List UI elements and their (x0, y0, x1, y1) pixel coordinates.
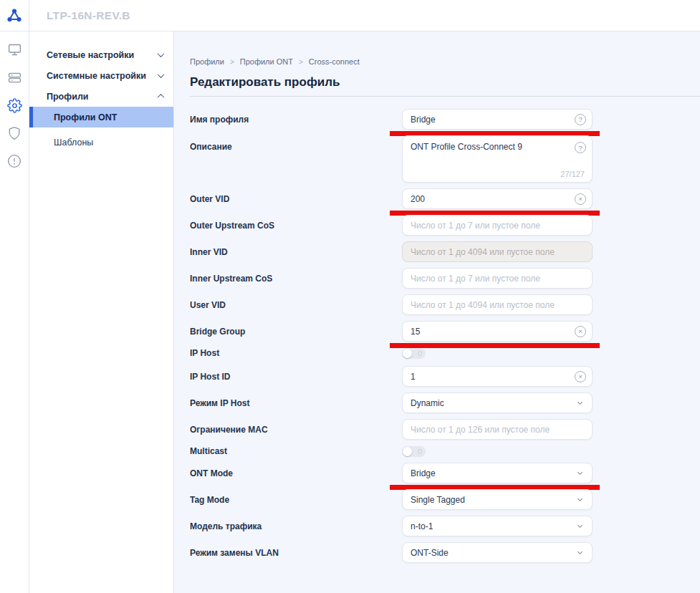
mac-limit-input[interactable] (402, 419, 593, 440)
clear-icon[interactable]: × (575, 193, 586, 205)
alert-circle-icon (7, 154, 21, 168)
vlan-replace-mode-select[interactable]: ONT-Side (402, 542, 593, 563)
toggle-knob (403, 447, 412, 456)
select-value: Single Tagged (411, 495, 465, 505)
form-row-ont-mode: ONT Mode Bridge (190, 463, 700, 483)
sidebar-item-system-settings[interactable]: Системные настройки (29, 65, 173, 86)
description-textarea[interactable]: ONT Profile Cross-Connect 9 27/127 (402, 135, 593, 183)
clear-icon[interactable]: × (575, 371, 586, 382)
sidebar-item-ont-profiles[interactable]: Профили ONT (29, 107, 173, 127)
field-label: User VID (190, 300, 402, 310)
sidebar: Сетевые настройки Системные настройки Пр… (29, 32, 174, 593)
field-label: IP Host ID (190, 372, 402, 382)
icon-rail (0, 32, 29, 593)
sidebar-item-label: Сетевые настройки (47, 50, 134, 60)
profile-name-input[interactable] (402, 109, 593, 130)
ip-host-id-input[interactable] (402, 366, 593, 387)
field-label: Режим замены VLAN (190, 548, 402, 558)
sidebar-item-label: Профили (47, 92, 89, 102)
sidebar-item-profiles[interactable]: Профили (29, 86, 173, 107)
form-row-vlan-replace-mode: Режим замены VLAN ONT-Side (190, 542, 700, 563)
form-row-outer-vid: Outer VID × (190, 188, 700, 209)
toggle-knob (403, 349, 412, 358)
select-value: ONT-Side (411, 548, 449, 558)
chevron-down-icon (158, 71, 165, 78)
edit-profile-form: Имя профиля ? Описание ONT Profile Cross… (190, 109, 700, 563)
bridge-group-input[interactable] (402, 321, 593, 342)
security-nav-button[interactable] (6, 125, 22, 141)
inner-vid-input (402, 241, 593, 262)
clear-icon[interactable]: × (575, 326, 586, 337)
chassis-icon (7, 70, 22, 85)
molecule-logo-icon (6, 7, 23, 24)
field-label: Inner VID (190, 247, 402, 257)
traffic-model-select[interactable]: n-to-1 (402, 516, 593, 536)
settings-nav-button[interactable] (6, 97, 22, 113)
field-label: Tag Mode (190, 495, 402, 505)
breadcrumb-separator: > (299, 58, 303, 66)
field-label: Модель трафика (190, 521, 402, 531)
field-label: Multicast (190, 446, 402, 456)
outer-upstream-cos-input[interactable] (402, 215, 593, 236)
multicast-toggle[interactable] (402, 446, 426, 457)
chassis-nav-button[interactable] (6, 69, 22, 85)
field-label: Описание (190, 135, 402, 152)
sidebar-item-templates[interactable]: Шаблоны (29, 132, 173, 153)
form-row-multicast: Multicast (190, 445, 700, 457)
alerts-nav-button[interactable] (6, 153, 22, 169)
chevron-down-icon (576, 399, 584, 407)
breadcrumb-ont-profiles[interactable]: Профили ONT (240, 57, 293, 66)
form-row-user-vid: User VID (190, 294, 700, 315)
breadcrumb-separator: > (230, 58, 234, 66)
field-label: Outer Upstream CoS (190, 221, 402, 231)
user-vid-input[interactable] (402, 294, 593, 315)
sidebar-item-network-settings[interactable]: Сетевые настройки (29, 44, 173, 65)
content-area: Профили > Профили ONT > Cross-connect Ре… (174, 32, 700, 593)
ip-host-mode-select[interactable]: Dynamic (402, 392, 593, 413)
help-icon[interactable]: ? (575, 142, 586, 153)
toggle-off-ring (418, 449, 423, 454)
select-value: Dynamic (411, 398, 444, 408)
form-row-bridge-group: Bridge Group × (190, 321, 700, 342)
description-value: ONT Profile Cross-Connect 9 (411, 142, 522, 152)
field-label: Outer VID (190, 194, 402, 204)
form-row-inner-upstream-cos: Inner Upstream CoS (190, 268, 700, 289)
device-title: LTP-16N-REV.B (47, 0, 130, 32)
form-row-ip-host-mode: Режим IP Host Dynamic (190, 392, 700, 413)
sidebar-item-label: Системные настройки (47, 71, 146, 81)
toggle-off-ring (418, 351, 423, 356)
monitor-icon (7, 42, 22, 57)
form-row-outer-upstream-cos: Outer Upstream CoS (190, 215, 700, 236)
field-label: Bridge Group (190, 327, 402, 337)
outer-vid-input[interactable] (402, 188, 593, 209)
breadcrumb-profiles[interactable]: Профили (190, 57, 224, 66)
form-row-description: Описание ONT Profile Cross-Connect 9 27/… (190, 135, 700, 183)
field-label: ONT Mode (190, 468, 402, 478)
char-counter: 27/127 (560, 170, 585, 178)
form-row-profile-name: Имя профиля ? (190, 109, 700, 130)
ip-host-toggle[interactable] (402, 348, 426, 359)
chevron-down-icon (576, 522, 584, 530)
inner-upstream-cos-input[interactable] (402, 268, 593, 289)
top-bar: LTP-16N-REV.B (0, 0, 700, 32)
field-label: IP Host (190, 348, 402, 358)
tag-mode-select[interactable]: Single Tagged (402, 489, 593, 510)
chevron-down-icon (576, 496, 584, 503)
sidebar-subitem-label: Шаблоны (54, 138, 93, 148)
select-value: n-to-1 (411, 521, 433, 531)
chevron-down-icon (158, 50, 165, 57)
shield-icon (7, 126, 21, 140)
form-row-tag-mode: Tag Mode Single Tagged (190, 489, 700, 510)
monitoring-nav-button[interactable] (6, 42, 22, 57)
ont-mode-select[interactable]: Bridge (402, 463, 593, 483)
form-row-ip-host-id: IP Host ID × (190, 366, 700, 387)
form-row-mac-limit: Ограничение MAC (190, 419, 700, 440)
select-value: Bridge (411, 468, 436, 478)
gear-icon (7, 98, 22, 113)
form-row-ip-host: IP Host (190, 347, 700, 359)
help-icon[interactable]: ? (575, 114, 586, 125)
sidebar-subitem-label: Профили ONT (54, 112, 117, 122)
form-row-traffic-model: Модель трафика n-to-1 (190, 516, 700, 536)
chevron-up-icon (158, 94, 165, 101)
page-title: Редактировать профиль (190, 75, 700, 90)
